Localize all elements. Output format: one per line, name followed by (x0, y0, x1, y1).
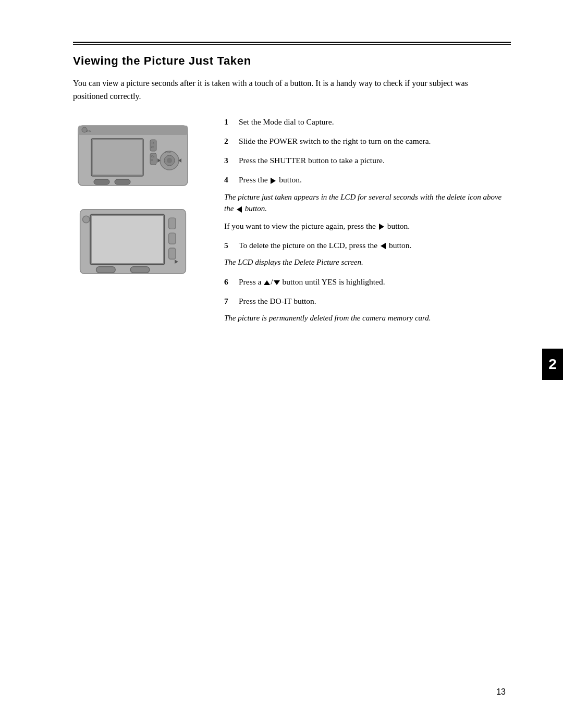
step-1: 1 Set the Mode dial to Capture. (224, 116, 511, 128)
step-3: 3 Press the SHUTTER button to take a pic… (224, 154, 511, 166)
step-4: 4 Press the button. The picture just tak… (224, 174, 511, 232)
svg-point-23 (82, 216, 90, 223)
step4-press: Press the (239, 175, 270, 184)
step-text-5: To delete the picture on the LCD, press … (239, 239, 511, 251)
arrow-down-icon-6 (274, 280, 280, 285)
chapter-tab: 2 (542, 349, 563, 380)
content-area: Menu R ev Ca pt (73, 116, 511, 331)
step-text-6: Press a / button until YES is highlighte… (239, 276, 511, 288)
step-text-2: Slide the POWER switch to the right to t… (239, 135, 511, 147)
top-rules (73, 42, 511, 45)
step4-followup: If you want to view the picture again, p… (224, 220, 511, 232)
arrow-left-icon-note4 (237, 206, 242, 213)
step-2: 2 Slide the POWER switch to the right to… (224, 135, 511, 147)
svg-text:R: R (152, 141, 154, 144)
svg-rect-17 (115, 179, 130, 184)
svg-point-3 (82, 127, 87, 132)
step-7: 7 Press the DO-IT button. The picture is… (224, 295, 511, 324)
svg-text:ev: ev (151, 146, 154, 149)
page-container: Viewing the Picture Just Taken You can v… (0, 0, 563, 728)
step-number-4: 4 (224, 174, 236, 186)
step-number-1: 1 (224, 116, 236, 128)
step-number-7: 7 (224, 295, 236, 307)
step-number-2: 2 (224, 135, 236, 147)
arrow-left-icon-5 (381, 243, 386, 249)
step-6: 6 Press a / button until YES is highligh… (224, 276, 511, 288)
chapter-number: 2 (548, 356, 557, 373)
step-number-3: 3 (224, 154, 236, 166)
step-text-7: Press the DO-IT button. (239, 295, 511, 307)
step4-button: button. (279, 175, 302, 184)
step-5: 5 To delete the picture on the LCD, pres… (224, 239, 511, 268)
camera-illustrations: Menu R ev Ca pt (73, 116, 209, 331)
svg-rect-22 (92, 216, 163, 263)
step5-note: The LCD displays the Delete Picture scre… (224, 256, 511, 268)
svg-rect-16 (94, 179, 109, 184)
svg-rect-28 (130, 266, 150, 273)
step4-note: The picture just taken appears in the LC… (224, 191, 511, 215)
svg-rect-27 (96, 266, 116, 273)
svg-rect-26 (169, 248, 176, 259)
svg-text:Conf: Conf (165, 151, 171, 154)
step7-note: The picture is permanently deleted from … (224, 312, 511, 324)
page-number: 13 (496, 687, 506, 697)
step-text-4: Press the button. (239, 174, 511, 186)
intro-text: You can view a picture seconds after it … (73, 77, 500, 103)
svg-rect-25 (169, 233, 176, 244)
step-number-6: 6 (224, 276, 236, 288)
section-heading: Viewing the Picture Just Taken (73, 54, 511, 68)
step-text-3: Press the SHUTTER button to take a pictu… (239, 154, 511, 166)
rule-thin (73, 44, 511, 45)
rule-thick (73, 42, 511, 43)
arrow-right-icon-4 (271, 178, 276, 184)
svg-point-14 (167, 158, 172, 163)
arrow-up-icon-6 (264, 280, 270, 285)
step-number-5: 5 (224, 239, 236, 251)
camera-image-2 (73, 205, 209, 280)
svg-text:Ca: Ca (151, 155, 155, 158)
svg-rect-24 (169, 218, 176, 229)
svg-rect-5 (93, 140, 142, 175)
svg-rect-1 (78, 126, 188, 135)
step-text-1: Set the Mode dial to Capture. (239, 116, 511, 128)
arrow-right-icon-followup (379, 224, 384, 230)
steps-container: 1 Set the Mode dial to Capture. 2 Slide … (209, 116, 511, 331)
camera-image-1: Menu R ev Ca pt (73, 118, 209, 193)
